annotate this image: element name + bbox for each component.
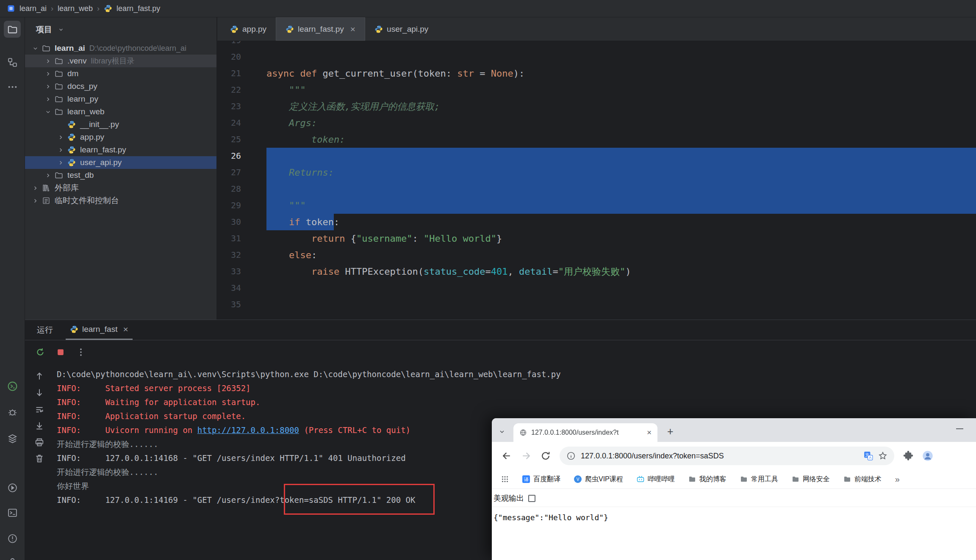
url-text[interactable]: 127.0.0.1:8000/users/index?token=saSDS	[581, 452, 859, 461]
bookmarks-overflow-chevron[interactable]: »	[895, 474, 900, 484]
editor-tab-label: learn_fast.py	[298, 25, 344, 34]
console-url-link[interactable]: http://127.0.0.1:8000	[197, 425, 299, 435]
chevron-down-icon[interactable]	[30, 43, 41, 53]
bookmark-label: 爬虫VIP课程	[585, 475, 623, 484]
scroll-to-end-icon[interactable]	[34, 421, 45, 432]
chevron-down-icon[interactable]	[42, 107, 53, 117]
structure-tool-button[interactable]	[4, 54, 21, 71]
pretty-print-checkbox[interactable]	[528, 495, 535, 502]
stop-button[interactable]	[55, 347, 66, 357]
chevron-down-icon[interactable]	[55, 25, 67, 35]
forward-button[interactable]	[521, 450, 532, 461]
bookmark-常用工具[interactable]: 常用工具	[740, 475, 778, 484]
breadcrumb-item-learn_web[interactable]: learn_web	[58, 4, 93, 13]
tree-item-learn_py[interactable]: learn_py	[25, 93, 216, 105]
code-line-21: 21async def get_current_user(token: str …	[217, 65, 976, 82]
chevron-right-icon[interactable]	[42, 69, 53, 79]
close-run-tab-icon[interactable]: ×	[123, 324, 128, 334]
tree-item-外部库[interactable]: 外部库	[25, 182, 216, 194]
chevron-right-icon[interactable]	[30, 196, 41, 206]
editor-tab-user_api.py[interactable]: user_api.py	[365, 17, 438, 41]
crawler-favicon: V	[574, 475, 582, 483]
extensions-icon[interactable]	[903, 450, 914, 461]
terminal-tool-button[interactable]	[4, 504, 21, 521]
code-line-31: 31 return {"username": "Hello world"}	[217, 230, 976, 247]
tree-item-user_api.py[interactable]: user_api.py	[25, 156, 216, 169]
site-info-icon[interactable]	[566, 451, 576, 461]
folder-icon	[53, 107, 64, 116]
rerun-button[interactable]	[35, 347, 45, 357]
problems-tool-button[interactable]	[4, 530, 21, 547]
chevron-right-icon[interactable]	[42, 170, 53, 180]
back-button[interactable]	[501, 450, 512, 461]
tree-item-.venv[interactable]: .venvlibrary根目录	[25, 55, 216, 67]
python-file-icon	[70, 325, 78, 334]
more-options-button[interactable]	[76, 347, 86, 357]
bookmark-star-icon[interactable]	[878, 451, 887, 461]
project-panel-header[interactable]: 项目	[25, 17, 216, 42]
refresh-button[interactable]	[540, 450, 551, 461]
bookmark-网络安全[interactable]: 网络安全	[792, 475, 830, 484]
arrow-down-icon[interactable]	[34, 387, 45, 398]
run-tab-learn_fast[interactable]: learn_fast ×	[66, 320, 133, 340]
new-tab-button[interactable]: +	[667, 425, 674, 438]
editor-tab-app.py[interactable]: app.py	[221, 17, 276, 41]
svg-text:译: 译	[524, 477, 529, 482]
tree-item-临时文件和控制台[interactable]: 临时文件和控制台	[25, 194, 216, 207]
python-console-tool-button[interactable]	[4, 378, 21, 394]
project-icon	[7, 4, 15, 13]
more-tool-button[interactable]	[4, 78, 21, 95]
translate-icon[interactable]: 文A	[864, 451, 873, 461]
close-tab-icon[interactable]: ×	[350, 24, 355, 34]
line-number: 30	[217, 214, 241, 230]
project-panel: 项目 learn_aiD:\code\pythoncode\learn_ai.v…	[25, 17, 217, 320]
code-line-33: 33 raise HTTPException(status_code=401, …	[217, 263, 976, 280]
address-bar[interactable]: 127.0.0.1:8000/users/index?token=saSDS 文…	[560, 447, 894, 465]
chevron-right-icon[interactable]	[42, 56, 53, 66]
soft-wrap-icon[interactable]	[34, 405, 45, 416]
chevron-right-icon[interactable]	[55, 157, 66, 168]
arrow-up-icon[interactable]	[34, 371, 45, 382]
chevron-right-icon[interactable]	[55, 132, 66, 142]
python-packages-tool-button[interactable]	[4, 430, 21, 447]
tree-item-learn_ai[interactable]: learn_aiD:\code\pythoncode\learn_ai	[25, 42, 216, 55]
chevron-right-icon[interactable]	[42, 81, 53, 91]
apps-grid-icon[interactable]	[501, 475, 509, 483]
user-tool-button[interactable]	[4, 553, 21, 560]
project-tool-button[interactable]	[4, 21, 21, 38]
tree-item-label: learn_ai	[55, 44, 85, 53]
tab-search-chevron-icon[interactable]	[496, 426, 508, 438]
profile-avatar[interactable]	[922, 450, 933, 461]
tree-item-docs_py[interactable]: docs_py	[25, 80, 216, 93]
bookmark-爬虫VIP课程[interactable]: V爬虫VIP课程	[574, 475, 623, 484]
tree-item-learn_fast.py[interactable]: learn_fast.py	[25, 143, 216, 156]
clear-icon[interactable]	[34, 453, 45, 464]
services-tool-button[interactable]	[4, 479, 21, 496]
chevron-right-icon[interactable]	[30, 183, 41, 193]
minimize-button[interactable]	[956, 428, 963, 429]
code-text: Returns:	[266, 164, 976, 181]
print-icon[interactable]	[34, 437, 45, 448]
tree-item-dm[interactable]: dm	[25, 67, 216, 80]
bookmark-百度翻译[interactable]: 译百度翻译	[522, 475, 560, 484]
chevron-right-icon[interactable]	[55, 145, 66, 155]
breadcrumb-item-learn_fast.py[interactable]: learn_fast.py	[116, 4, 160, 13]
python-file-icon	[104, 4, 112, 13]
tree-item-learn_web[interactable]: learn_web	[25, 105, 216, 118]
tree-item-app.py[interactable]: app.py	[25, 131, 216, 143]
browser-tab[interactable]: 127.0.0.1:8000/users/index?t ×	[513, 423, 657, 442]
chevron-right-icon[interactable]	[42, 94, 53, 104]
bookmark-前端技术[interactable]: 前端技术	[843, 475, 882, 484]
breadcrumb-item-learn_ai[interactable]: learn_ai	[19, 4, 47, 13]
tree-item-test_db[interactable]: test_db	[25, 169, 216, 182]
debugger-tool-button[interactable]	[4, 403, 21, 420]
close-tab-icon[interactable]: ×	[647, 428, 652, 437]
bookmark-哔哩哔哩[interactable]: 哔哩哔哩	[637, 475, 675, 484]
bookmark-我的博客[interactable]: 我的博客	[688, 475, 726, 484]
bookmarks-bar: 译百度翻译V爬虫VIP课程哔哩哔哩我的博客常用工具网络安全前端技术»	[492, 470, 976, 488]
code-editor[interactable]: 192021async def get_current_user(token: …	[217, 41, 976, 319]
tree-item-__init__.py[interactable]: __init__.py	[25, 118, 216, 131]
breadcrumb: learn_ai›learn_web›learn_fast.py	[0, 0, 976, 17]
editor-tab-learn_fast.py[interactable]: learn_fast.py×	[276, 17, 365, 41]
tree-item-label: app.py	[80, 132, 104, 142]
